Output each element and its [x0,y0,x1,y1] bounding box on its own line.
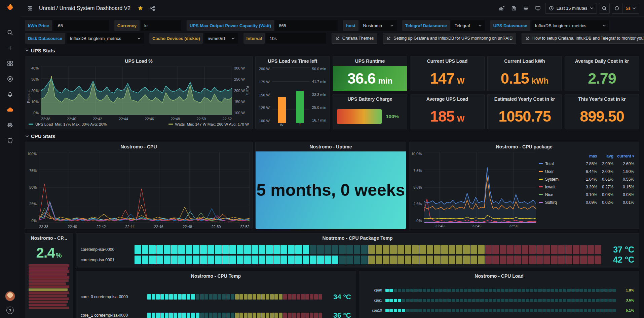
legend-item-watts[interactable]: Watts Min: 147 W Max: 260 W Avg: 170 W [168,122,249,126]
add-panel-icon[interactable] [497,3,507,13]
legend-row-softirq[interactable]: Softirq0.09%0.02%0.01% [539,199,634,206]
lcd-row-cpu10: cpu105.1% [364,308,634,312]
variable-select[interactable]: InfluxDB longterm_metrics [67,33,144,44]
panel-title[interactable]: Current UPS Load [410,56,484,66]
panel-title[interactable]: Average Daily Cost in kr [565,56,639,66]
cycle-view-icon[interactable] [533,3,543,13]
refresh-interval-dropdown[interactable]: 5s [622,6,639,11]
panel-title[interactable]: UPS Load % [25,56,252,66]
legend-row-system[interactable]: System1.04%0.61%0.55% [539,176,634,182]
legend-table: maxavgcurrent ▾Total7.85%2.99%2.69%User6… [537,151,639,229]
legend-row-iowait[interactable]: iowait3.39%0.27%0.15% [539,184,634,190]
lcd-cell [215,256,222,264]
user-avatar[interactable] [5,291,15,301]
stat-body: 2.79 [565,66,639,91]
link-ups-monitoring-guide[interactable]: Setting up Grafana and InfluxDB for UPS … [383,33,516,44]
time-range-picker[interactable]: Last 15 minutes [545,3,597,14]
share-icon[interactable] [147,3,157,13]
lcd-cell [584,309,587,312]
legend-series-name[interactable]: User [539,169,580,174]
favorite-star-icon[interactable] [135,3,145,13]
variable-label: Cache Devices (diskio) [149,33,203,44]
variable-value-input[interactable] [266,33,326,44]
create-icon[interactable] [6,44,14,52]
search-icon[interactable] [6,29,14,36]
panel-title[interactable]: Nostromo - Uptime [256,142,406,151]
variable-select[interactable]: nvme0n1 [204,33,238,44]
link-grafana-themes[interactable]: Grafana Themes [332,33,378,44]
legend-col-avg[interactable]: avg [597,154,613,158]
dashboard-title[interactable]: Unraid / Unraid System Dashboard V2 [39,5,130,11]
variable-value-input[interactable] [141,20,181,31]
legend-row-nice[interactable]: Nice0.10%0.08%0.08% [539,191,634,198]
help-icon[interactable]: ? [6,307,14,314]
ups-load-chart[interactable] [41,66,232,115]
legend-row-total[interactable]: Total7.85%2.99%2.69% [539,161,634,167]
legend-series-name[interactable]: System [539,177,580,182]
lcd-cell [443,299,447,302]
panel-title[interactable]: Nostromo - CPU Load [359,271,639,281]
panel-title[interactable]: Average UPS Load [410,94,484,104]
variable-value-input[interactable] [53,20,109,31]
variable-select[interactable]: InfluxDB longterm_metrics [532,20,609,31]
lcd-cell [546,289,550,292]
dashboard-settings-icon[interactable] [521,3,531,13]
legend-series-name[interactable]: iowait [539,185,580,189]
lcd-cell [538,299,541,302]
lcd-cell [410,309,414,312]
panel-title[interactable]: Nostromo - CPU Package Temp [76,233,639,243]
lcd-cell [435,299,438,302]
variable-value-input[interactable] [275,20,338,31]
section-cpu-stats[interactable]: CPU Stats [26,133,639,139]
lcd-row-label: core_1 coretemp-isa-0000 [81,313,144,318]
cloud-icon[interactable] [6,106,14,113]
variable-select[interactable]: Nostromo [360,20,397,31]
panel-title[interactable]: UPS Load vs Time left [256,56,330,66]
lcd-cell [571,299,575,302]
legend-series-name[interactable]: Total [539,162,580,166]
panel-title[interactable]: UPS Battery Charge [333,94,407,104]
lcd-cell [608,289,612,292]
legend-series-name[interactable]: Nice [539,192,580,197]
server-admin-shield-icon[interactable] [6,137,14,144]
panel-title[interactable]: Nostromo - CPU package [409,142,639,151]
legend-value: 0.02% [597,200,613,205]
legend-item-ups-load[interactable]: UPS Load Min: 17% Max: 30% Avg: 20% [29,122,107,126]
alerting-bell-icon[interactable] [6,91,14,98]
panel-title[interactable]: Estimated Yearly Cost in kr [488,94,562,104]
dashboards-icon[interactable] [6,60,14,67]
panel-title[interactable]: Nostromo - CP... [25,233,73,243]
lcd-cell [361,245,368,254]
link-label: Grafana Themes [342,36,374,41]
grafana-logo[interactable] [6,3,14,11]
variable-select[interactable]: Telegraf [451,20,485,31]
legend-row-user[interactable]: User6.44%2.00%1.90% [539,168,634,175]
save-dashboard-icon[interactable] [509,3,519,13]
lcd-cell [485,309,488,312]
panel-ups-load-percent: UPS Load % Percent 40%30%20%10%0% 22:382… [25,56,253,129]
apps-grid-icon[interactable] [25,3,35,13]
refresh-icon[interactable] [612,3,622,13]
legend-col-max[interactable]: max [580,154,597,158]
panel-title[interactable]: This Year's Cost in kr [565,94,639,104]
legend-col-current[interactable]: current ▾ [613,154,634,158]
chevron-down-icon [479,25,482,27]
link-unraid-monitoring-guide[interactable]: How to setup Grafana, InfluxDB and Teleg… [522,33,644,44]
explore-compass-icon[interactable] [6,75,14,83]
configuration-gear-icon[interactable] [6,122,14,129]
legend-series-name[interactable]: Softirq [539,200,580,205]
battery-value: 100% [386,113,399,119]
zoom-out-icon[interactable] [599,3,610,14]
section-ups-stats[interactable]: UPS Stats [26,48,639,53]
lcd-cell [571,309,575,312]
panel-title[interactable]: Nostromo - CPU Temp [76,271,356,281]
panel-title[interactable]: Nostromo - CPU [25,142,252,151]
nostromo-cpu-chart[interactable] [39,152,250,223]
panel-title[interactable]: UPS Runtime [333,56,407,66]
lcd-cell [204,313,208,318]
chevron-down-icon [232,37,235,40]
panel-title[interactable]: Current Load kWh [488,56,562,66]
lcd-cell [288,256,295,264]
axis-tick: 22:40 [68,225,77,229]
cpu-package-chart[interactable] [424,152,536,223]
